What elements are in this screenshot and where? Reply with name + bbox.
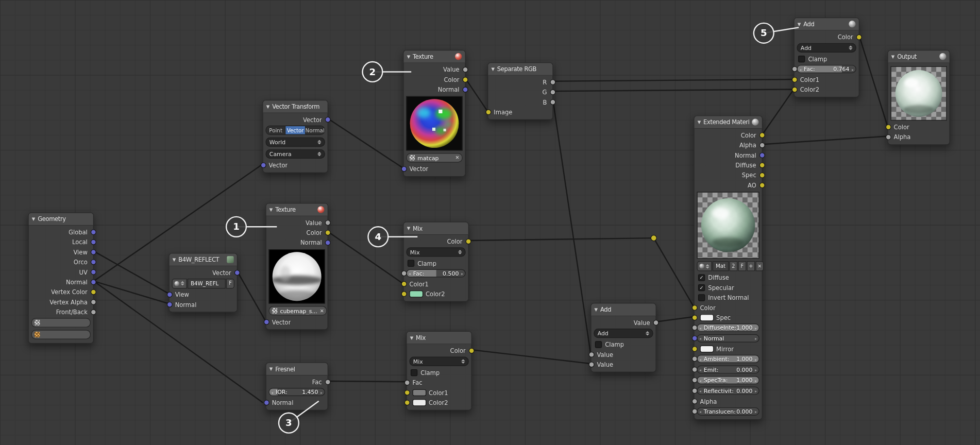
add-color-clamp-checkbox[interactable] <box>798 55 805 62</box>
mix-upper-clamp-checkbox[interactable] <box>408 260 414 266</box>
collapse-icon[interactable]: ▼ <box>491 66 495 72</box>
slider-right-arrow-icon[interactable]: ▸ <box>755 388 757 392</box>
socket-add-color-color2-in[interactable] <box>791 87 797 92</box>
extended-material-mirror-color-swatch[interactable] <box>700 345 714 352</box>
socket-texture-cubemap-normal-out[interactable] <box>325 239 330 245</box>
socket-texture-cubemap-value-out[interactable] <box>325 219 330 225</box>
mix-upper-color2-color-swatch[interactable] <box>410 290 424 297</box>
mix-upper-fac-slider[interactable]: ◂Fac:0.500▸ <box>406 269 465 278</box>
slider-left-arrow-icon[interactable]: ◂ <box>699 336 701 340</box>
geometry-name-field[interactable] <box>31 318 91 327</box>
add-math-clamp-checkbox[interactable] <box>595 341 602 348</box>
socket-add-color-color-out[interactable] <box>856 34 861 40</box>
mix-lower-clamp-checkbox[interactable] <box>411 369 417 375</box>
node-b4w-reflect[interactable]: ▼B4W_REFLECTVectorB4W_REFLFViewNormal <box>169 253 238 312</box>
slider-left-arrow-icon[interactable]: ◂ <box>409 271 411 275</box>
collapse-icon[interactable]: ▼ <box>407 54 411 59</box>
vector-transform-mode-point-button[interactable]: Point <box>266 126 286 134</box>
socket-extended-material-normal-out[interactable] <box>759 152 765 158</box>
node-mix-upper[interactable]: ▼MixColorMixClamp◂Fac:0.500▸Color1Color2 <box>403 222 468 302</box>
socket-geometry-global-out[interactable] <box>90 229 96 235</box>
clear-icon[interactable]: ✕ <box>455 155 459 161</box>
mix-upper-header[interactable]: ▼Mix <box>404 222 468 235</box>
browse-icon[interactable] <box>172 278 187 288</box>
mix-lower-mix-menu[interactable]: Mix <box>410 357 469 366</box>
collapse-icon[interactable]: ▼ <box>698 119 701 125</box>
node-extended-material[interactable]: ▼Extended MaterialColorAlphaNormalDiffus… <box>694 115 762 420</box>
mix-lower-header[interactable]: ▼Mix <box>407 332 471 344</box>
node-separate-rgb[interactable]: ▼Separate RGBRGBImage <box>487 62 553 120</box>
socket-add-math-value-in[interactable] <box>588 351 594 357</box>
collapse-icon[interactable]: ▼ <box>269 207 273 212</box>
socket-output-alpha-in[interactable] <box>885 134 891 140</box>
node-fresnel[interactable]: ▼FresnelFac◂IOR:1.450▸Normal <box>266 363 328 410</box>
socket-mix-upper-fac-in[interactable] <box>401 270 407 276</box>
socket-texture-matcap-color-out[interactable] <box>462 77 468 82</box>
vector-transform-world-menu[interactable]: World <box>266 138 325 147</box>
texture-matcap-header[interactable]: ▼Texture <box>404 50 465 63</box>
collapse-icon[interactable]: ▼ <box>266 104 270 109</box>
socket-separate-rgb-b-out[interactable] <box>550 99 555 105</box>
add-color-header[interactable]: ▼Add <box>795 18 859 30</box>
socket-extended-material-reflectivit-in[interactable] <box>691 388 697 393</box>
users-count-button[interactable]: 2 <box>729 261 737 271</box>
socket-extended-material-diffuseinte-in[interactable] <box>691 325 697 331</box>
slider-left-arrow-icon[interactable]: ◂ <box>799 67 801 71</box>
socket-texture-cubemap-vector-in[interactable] <box>263 319 269 324</box>
socket-add-color-color1-in[interactable] <box>791 77 797 82</box>
node-texture-cubemap[interactable]: ▼TextureValueColorNormalcubemap_s...✕Vec… <box>266 203 328 330</box>
unlink-material-button[interactable]: ✕ <box>755 261 764 271</box>
socket-mix-lower-color1-in[interactable] <box>404 389 410 395</box>
socket-extended-material-alpha-in[interactable] <box>691 398 697 404</box>
slider-right-arrow-icon[interactable]: ▸ <box>755 378 757 382</box>
texture-cubemap-header[interactable]: ▼Texture <box>266 203 328 216</box>
node-vector-transform[interactable]: ▼Vector TransformVectorPointVectorNormal… <box>262 100 328 173</box>
socket-mix-lower-color-out[interactable] <box>468 348 474 353</box>
geometry-header[interactable]: ▼Geometry <box>29 213 93 226</box>
socket-b4w-reflect-vector-out[interactable] <box>234 269 240 275</box>
slider-right-arrow-icon[interactable]: ▸ <box>755 326 757 330</box>
slider-right-arrow-icon[interactable]: ▸ <box>320 390 323 394</box>
socket-extended-material-ao-out[interactable] <box>759 182 765 188</box>
extended-material-specular-checkbox[interactable]: ✓ <box>698 284 705 290</box>
socket-extended-material-spectra-in[interactable] <box>691 378 697 383</box>
extended-material-ambient-slider[interactable]: ◂Ambient:1.000▸ <box>697 355 759 363</box>
socket-extended-material-ambient-in[interactable] <box>691 356 697 362</box>
socket-fresnel-fac-out[interactable] <box>325 379 330 385</box>
socket-vector-transform-vector-in[interactable] <box>260 162 266 168</box>
socket-extended-material-spec-out[interactable] <box>759 172 765 178</box>
add-material-button[interactable]: + <box>747 261 755 271</box>
socket-geometry-vertex-alpha-out[interactable] <box>90 299 96 304</box>
extended-material-emit-slider[interactable]: ◂Emit:0.000▸ <box>697 366 759 374</box>
socket-add-color-fac-in[interactable] <box>791 66 797 72</box>
vector-transform-header[interactable]: ▼Vector Transform <box>263 100 328 113</box>
vector-transform-mode-vector-button[interactable]: Vector <box>286 126 306 134</box>
collapse-icon[interactable]: ▼ <box>269 366 273 371</box>
socket-mix-upper-color1-in[interactable] <box>401 281 407 286</box>
extended-material-invert-normal-checkbox[interactable] <box>698 294 705 301</box>
mix-upper-mix-menu[interactable]: Mix <box>406 247 465 256</box>
slider-right-arrow-icon[interactable]: ▸ <box>461 271 463 275</box>
socket-texture-matcap-normal-out[interactable] <box>462 87 468 92</box>
slider-right-arrow-icon[interactable]: ▸ <box>755 409 757 414</box>
socket-b4w-reflect-normal-in[interactable] <box>166 301 172 307</box>
socket-mix-lower-color2-in[interactable] <box>404 400 410 405</box>
extended-material-material-name-field[interactable]: Mat <box>713 261 729 271</box>
node-editor-canvas[interactable]: ▼GeometryGlobalLocalViewOrcoUVNormalVert… <box>0 0 980 445</box>
socket-mix-upper-color-out[interactable] <box>465 238 471 244</box>
collapse-icon[interactable]: ▼ <box>798 22 801 27</box>
collapse-icon[interactable]: ▼ <box>891 54 895 59</box>
texture-matcap-name-field[interactable]: matcap✕ <box>406 153 462 162</box>
slider-left-arrow-icon[interactable]: ◂ <box>699 367 701 371</box>
extended-material-normal-slider[interactable]: ◂Normal▸ <box>697 334 759 343</box>
slider-right-arrow-icon[interactable]: ▸ <box>755 357 757 361</box>
collapse-icon[interactable]: ▼ <box>32 216 36 221</box>
slider-left-arrow-icon[interactable]: ◂ <box>699 388 701 392</box>
socket-geometry-front-back-out[interactable] <box>90 309 96 315</box>
collapse-icon[interactable]: ▼ <box>173 257 176 262</box>
socket-extended-material-translucen-in[interactable] <box>691 408 697 414</box>
socket-texture-matcap-value-out[interactable] <box>462 66 468 72</box>
socket-geometry-vertex-color-out[interactable] <box>90 289 96 295</box>
slider-left-arrow-icon[interactable]: ◂ <box>271 390 273 394</box>
fresnel-header[interactable]: ▼Fresnel <box>266 363 328 375</box>
